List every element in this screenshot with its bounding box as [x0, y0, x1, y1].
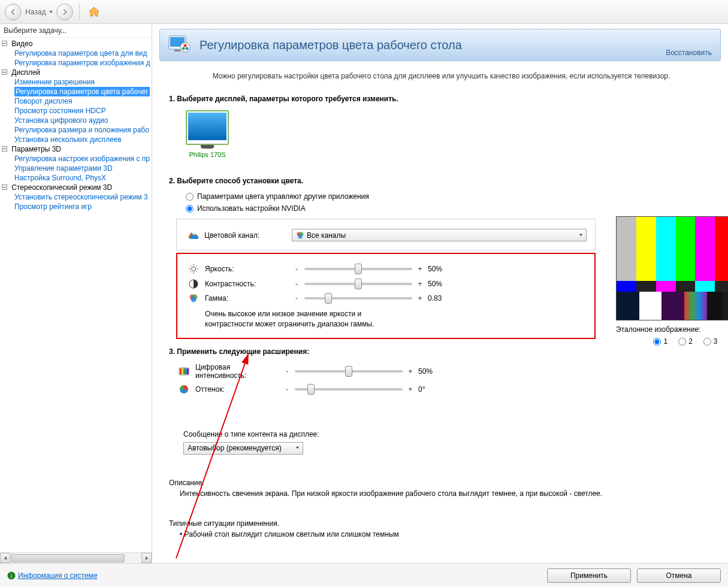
tree-link[interactable]: Настройка Surround, PhysX	[14, 174, 106, 182]
usage-heading: Типичные ситуации применения.	[169, 519, 714, 528]
tree-link[interactable]: Изменение разрешения	[14, 78, 95, 86]
vibrance-slider[interactable]	[295, 370, 403, 373]
slider-thumb[interactable]	[355, 279, 362, 289]
radio-other-apps[interactable]	[186, 193, 194, 201]
tree-toggle-icon[interactable]	[0, 184, 8, 190]
tree-toggle-icon[interactable]	[0, 69, 8, 75]
svg-point-12	[184, 44, 187, 47]
home-button[interactable]	[86, 4, 102, 20]
display-tile[interactable]: Philips 170S	[186, 110, 229, 158]
slider-plus: +	[416, 265, 424, 273]
reference-image-label: Эталонное изображение:	[616, 325, 728, 334]
tree-link[interactable]: Регулировка настроек изображения с пр	[14, 155, 150, 163]
tree-link[interactable]: Управление параметрами 3D	[14, 164, 113, 173]
restore-defaults-link[interactable]: Восстановить	[666, 49, 712, 57]
brightness-value: 50%	[428, 265, 458, 273]
scroll-right-icon[interactable]	[141, 553, 152, 563]
svg-line-25	[191, 271, 192, 273]
scroll-thumb[interactable]	[11, 554, 125, 562]
reference-radio-1-label: 1	[663, 337, 667, 346]
svg-line-24	[196, 271, 197, 273]
tree-link[interactable]: Регулировка параметров изображения д	[14, 59, 150, 67]
tree-link[interactable]: Поворот дисплея	[14, 97, 73, 105]
intro-text: Можно регулировать настройки цвета рабоч…	[169, 72, 714, 80]
reference-radio-3[interactable]	[703, 338, 711, 346]
page-header: Регулировка параметров цвета рабочего ст…	[159, 29, 721, 61]
tree-toggle-icon[interactable]	[0, 146, 8, 152]
section3-title: 3. Применить следующие расширения:	[169, 347, 596, 356]
slider-thumb[interactable]	[355, 264, 362, 274]
cancel-button[interactable]: Отмена	[637, 568, 721, 583]
brightness-slider[interactable]	[304, 268, 412, 270]
tree-link[interactable]: Просмотр состояния HDCP	[14, 107, 106, 115]
color-channel-box: Цветовой канал: Все каналы	[176, 219, 596, 250]
svg-rect-36	[187, 368, 189, 374]
tree-link[interactable]: Регулировка параметров цвета для вид	[14, 49, 147, 58]
tree-link[interactable]: Регулировка размера и положения рабо	[14, 126, 149, 134]
reference-image	[616, 216, 728, 320]
color-channel-value: Все каналы	[307, 231, 346, 240]
radio-nvidia[interactable]	[186, 205, 194, 213]
hue-slider[interactable]	[295, 388, 403, 391]
slider-thumb[interactable]	[325, 293, 332, 304]
scroll-left-icon[interactable]	[0, 553, 10, 563]
usage-text: • Рабочий стол выглядит слишком светлым …	[180, 530, 714, 538]
tree-category-video[interactable]: Видео	[11, 40, 32, 48]
slider-plus: +	[406, 385, 415, 394]
svg-point-14	[186, 47, 189, 50]
svg-rect-35	[185, 368, 187, 374]
tree-link[interactable]: Установка нескольких дисплеев	[14, 135, 122, 144]
sidebar-hscrollbar[interactable]	[0, 552, 152, 563]
system-info-link[interactable]: i Информация о системе	[7, 571, 97, 580]
back-button[interactable]	[5, 4, 22, 20]
content-type-label: Сообщение о типе контента на дисплее:	[183, 430, 596, 438]
slider-thumb[interactable]	[345, 366, 352, 377]
slider-minus: -	[283, 367, 291, 376]
slider-minus: -	[292, 294, 301, 302]
display-name: Philips 170S	[186, 151, 229, 158]
hue-value: 0°	[418, 385, 448, 394]
tree-category-display[interactable]: Дисплей	[11, 68, 40, 77]
svg-line-23	[191, 266, 192, 267]
forward-button[interactable]	[56, 4, 73, 20]
brightness-icon	[186, 264, 201, 274]
svg-point-11	[180, 43, 190, 52]
tree-link[interactable]: Просмотр рейтинга игр	[14, 202, 92, 211]
svg-point-18	[192, 267, 196, 271]
tree-link[interactable]: Установка цифрового аудио	[14, 116, 108, 125]
color-channel-icon	[185, 230, 201, 241]
description-text: Интенсивность свечения экрана. При низко…	[180, 489, 714, 498]
nav-tree: Видео Регулировка параметров цвета для в…	[0, 38, 152, 552]
slider-minus: -	[292, 265, 301, 273]
vibrance-icon	[176, 367, 192, 376]
content-type-combo[interactable]: Автовыбор (рекомендуется)	[183, 442, 303, 455]
svg-rect-34	[183, 368, 185, 374]
color-channel-combo[interactable]: Все каналы	[292, 229, 587, 241]
gamma-slider[interactable]	[304, 297, 412, 299]
gamma-label: Гамма:	[205, 294, 289, 302]
contrast-slider[interactable]	[304, 283, 412, 285]
svg-point-30	[191, 297, 197, 302]
reference-radio-3-label: 3	[714, 337, 718, 346]
radio-nvidia-label: Использовать настройки NVIDIA	[197, 204, 306, 213]
contrast-label: Контрастность:	[205, 280, 289, 288]
tree-toggle-icon[interactable]	[0, 41, 8, 46]
vibrance-value: 50%	[418, 367, 448, 376]
toolbar: Назад	[0, 0, 728, 24]
reference-radio-2-label: 2	[688, 337, 693, 346]
apply-button[interactable]: Применить	[547, 568, 631, 583]
description-heading: Описание.	[169, 479, 714, 487]
svg-text:i: i	[11, 573, 13, 579]
tree-link-selected[interactable]: Регулировка параметров цвета рабочег	[14, 87, 150, 96]
reference-radio-1[interactable]	[653, 338, 661, 346]
radio-other-apps-label: Параметрами цвета управляют другие прило…	[197, 192, 369, 201]
reference-radio-2[interactable]	[678, 338, 686, 346]
tree-category-3d[interactable]: Параметры 3D	[11, 145, 61, 153]
chevron-down-icon	[578, 231, 584, 240]
slider-thumb[interactable]	[307, 384, 315, 395]
tree-category-stereo[interactable]: Стереоскопический режим 3D	[11, 183, 112, 192]
back-history-dropdown[interactable]	[48, 4, 54, 20]
tree-link[interactable]: Установить стереоскопический режим 3	[14, 193, 148, 201]
svg-line-26	[196, 266, 197, 267]
task-selector-label[interactable]: Выберите задачу...	[0, 24, 152, 38]
